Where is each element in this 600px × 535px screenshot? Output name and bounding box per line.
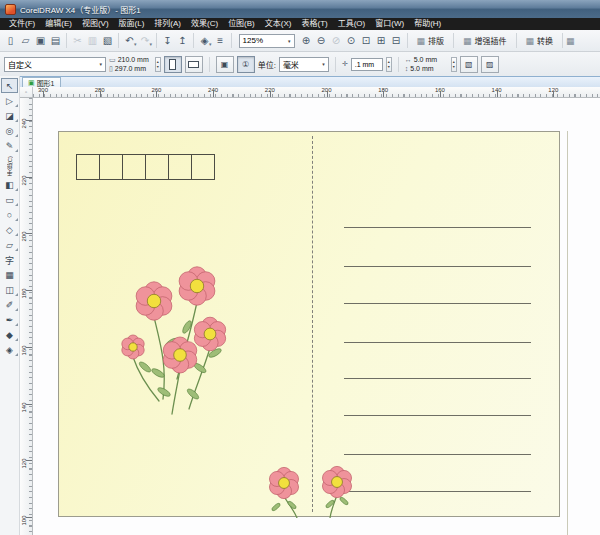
zoom-page-icon[interactable]: ⊡	[359, 33, 374, 49]
writing-line[interactable]	[344, 227, 531, 228]
print-icon[interactable]: ▤	[48, 33, 63, 49]
current-page-icon: ①	[242, 60, 249, 69]
portrait-button[interactable]	[164, 56, 182, 73]
menu-item-3[interactable]: 版面(L)	[114, 18, 150, 30]
menu-item-8[interactable]: 表格(T)	[296, 18, 332, 30]
paper-width-icon: ▭	[109, 56, 116, 64]
menu-item-10[interactable]: 窗口(W)	[370, 18, 409, 30]
writing-line[interactable]	[344, 342, 531, 343]
stamp-box[interactable]	[145, 154, 169, 180]
toolbar-button-2[interactable]: ▦转换	[520, 32, 560, 50]
stamp-box[interactable]	[191, 154, 215, 180]
tab-label: 图形1	[37, 78, 55, 88]
menu-item-6[interactable]: 位图(B)	[223, 18, 260, 30]
basic-shapes-tool[interactable]: ▱	[1, 238, 18, 252]
menu-item-1[interactable]: 编辑(E)	[40, 18, 77, 30]
pick-tool[interactable]: ↖	[1, 78, 18, 93]
duplicate-y-field[interactable]: 5.0 mm	[410, 65, 444, 73]
import-icon[interactable]: ↧	[160, 33, 175, 49]
menu-item-4[interactable]: 排列(A)	[149, 18, 186, 30]
postcard-artwork[interactable]	[58, 131, 560, 517]
tab-graphic1[interactable]: ▣ 图形1	[22, 77, 61, 87]
stamp-box[interactable]	[122, 154, 146, 180]
separator	[231, 33, 232, 48]
rectangle-tool[interactable]: ▭	[1, 193, 18, 207]
text-tool[interactable]: 字	[1, 253, 18, 267]
ruler-origin-icon[interactable]: ▫	[20, 87, 33, 97]
flower[interactable]	[179, 267, 215, 305]
paper-width-field[interactable]: 210.0 mm	[118, 56, 152, 64]
flower[interactable]	[322, 466, 351, 497]
save-icon[interactable]: ▣	[33, 33, 48, 49]
duplicate-x-field[interactable]: 5.0 mm	[414, 56, 448, 64]
zoom-level-select[interactable]: 125%▾	[239, 34, 295, 48]
outline-tool[interactable]: ✒	[1, 313, 18, 327]
vertical-ruler: 240220200180160140120100	[20, 98, 33, 535]
current-page-button[interactable]: ①	[237, 56, 255, 73]
flower[interactable]	[269, 467, 298, 498]
flower[interactable]	[194, 317, 225, 351]
zoom-page-height-icon[interactable]: ⊟	[389, 33, 404, 49]
display-quality-icon[interactable]: ≡	[213, 33, 228, 49]
separator	[118, 33, 119, 48]
interactive-fill-tool[interactable]: ◈	[1, 343, 18, 357]
zoom-out-icon[interactable]: ⊖	[314, 33, 329, 49]
flower[interactable]	[163, 337, 197, 373]
zoom-all-objects-icon[interactable]: ⊙	[344, 33, 359, 49]
menu-item-11[interactable]: 帮助(H)	[409, 18, 446, 30]
writing-line[interactable]	[344, 303, 531, 304]
writing-line[interactable]	[344, 378, 531, 379]
bottom-flowers[interactable]	[256, 456, 366, 518]
crop-tool[interactable]: ◪	[1, 109, 18, 123]
stamp-box[interactable]	[76, 154, 100, 180]
writing-line[interactable]	[344, 266, 531, 267]
menu-item-7[interactable]: 文本(X)	[260, 18, 297, 30]
smart-fill-tool[interactable]: ◧	[1, 178, 18, 192]
snap-options-button[interactable]: ▧	[460, 56, 478, 73]
zoom-in-icon[interactable]: ⊕	[299, 33, 314, 49]
menu-item-0[interactable]: 文件(F)	[4, 18, 40, 30]
export-icon[interactable]: ↥	[175, 33, 190, 49]
open-icon[interactable]: ▱	[18, 33, 33, 49]
zoom-tool[interactable]: ◎	[1, 124, 18, 138]
flower-bouquet[interactable]	[101, 251, 261, 416]
landscape-button[interactable]	[185, 56, 203, 73]
writing-line[interactable]	[344, 415, 531, 416]
treat-as-filled-button[interactable]: ▨	[481, 56, 499, 73]
stamp-box[interactable]	[99, 154, 123, 180]
flower[interactable]	[122, 335, 144, 359]
polygon-tool[interactable]: ◇	[1, 223, 18, 237]
fill-tool[interactable]: ◆	[1, 328, 18, 342]
zoom-page-width-icon[interactable]: ⊞	[374, 33, 389, 49]
duplicate-spinner[interactable]: ▴▾	[451, 57, 457, 72]
page-edge-line	[567, 131, 568, 535]
all-pages-button[interactable]: ▣	[216, 56, 234, 73]
ruler-major-tick	[100, 91, 101, 97]
units-select[interactable]: 毫米 ▾	[279, 57, 329, 72]
toolbar-button-1[interactable]: ▦增强插件	[457, 32, 513, 50]
toolbar-button-0[interactable]: ▦排版	[411, 32, 451, 50]
chevron-down-icon: ▾	[209, 41, 212, 47]
menu-item-2[interactable]: 视图(V)	[77, 18, 114, 30]
writing-line[interactable]	[344, 454, 531, 455]
paper-size-spinner[interactable]: ▴▾	[155, 57, 161, 72]
page-preset-select[interactable]: 自定义 ▾	[4, 57, 106, 72]
freehand-tool[interactable]: ✎	[1, 139, 18, 153]
paper-height-field[interactable]: 297.0 mm	[115, 65, 149, 73]
flower[interactable]	[136, 282, 172, 320]
menu-item-5[interactable]: 效果(C)	[186, 18, 223, 30]
new-document-icon[interactable]: ▯	[3, 33, 18, 49]
writing-line[interactable]	[344, 491, 531, 492]
nudge-field[interactable]: .1 mm	[351, 58, 383, 71]
shape-tool[interactable]: ▷	[1, 94, 18, 108]
paste-icon[interactable]: ▧	[100, 33, 115, 49]
eyedropper-tool[interactable]: ✐	[1, 298, 18, 312]
stamp-box[interactable]	[168, 154, 192, 180]
ellipse-tool[interactable]: ○	[1, 208, 18, 222]
drawing-canvas[interactable]	[33, 98, 600, 535]
menu-item-9[interactable]: 工具(O)	[333, 18, 371, 30]
blend-tool[interactable]: ◫	[1, 283, 18, 297]
window-title: CorelDRAW X4（专业版）- 图形1	[20, 4, 141, 15]
nudge-spinner[interactable]: ▴▾	[386, 57, 392, 72]
table-tool[interactable]: ▦	[1, 268, 18, 282]
